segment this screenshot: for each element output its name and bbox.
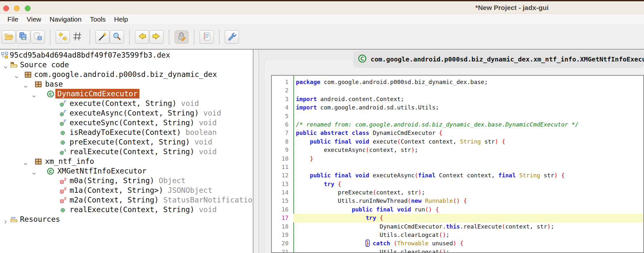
code-line-7[interactable]: 7public abstract class DynamicCmdExecuto…: [272, 129, 643, 137]
tree-label: DynamicCmdExecutor: [55, 89, 139, 98]
code-text: [293, 112, 643, 120]
file-tree-panel: 95cd95ab4d694ad8bdf49f07e3599fb3.dexSour…: [0, 50, 253, 253]
code-line-15[interactable]: 15 Utils.runInNewThread(new Runnable() {: [272, 197, 643, 205]
tree-row-95cd95ab4d694ad8bdf49f07e3599fb3-dex[interactable]: 95cd95ab4d694ad8bdf49f07e3599fb3.dex: [0, 50, 253, 60]
log-viewer-button[interactable]: [200, 30, 214, 44]
tree-row-source-code[interactable]: Source code: [0, 60, 253, 70]
source-folder-icon: [10, 61, 17, 68]
code-editor[interactable]: 1package com.google.android.p000sd.biz_d…: [271, 75, 644, 253]
chevron-expanded-icon[interactable]: [32, 169, 36, 173]
export-button[interactable]: [31, 30, 45, 44]
tree-row-isreadytoexecute-context-[interactable]: isReadyToExecute(Context)boolean: [0, 127, 253, 137]
tree-row-com-google-android-p000sd-biz-dynamic-de[interactable]: com.google.android.p000sd.biz_dynamic_de…: [0, 70, 253, 79]
tree-label: m1a(Context, String>): [70, 185, 163, 195]
code-line-3[interactable]: 3import android.content.Context;: [272, 95, 643, 103]
code-line-2[interactable]: 2: [272, 86, 643, 95]
tree-type-suffix: JSONObject: [168, 186, 212, 194]
tree-row-m1a-context-string-[interactable]: Sm1a(Context, String>)JSONObject: [0, 185, 253, 195]
tree-row-preexecute-context-string-[interactable]: preExecute(Context, String)void: [0, 137, 253, 147]
tree-label: Resources: [20, 214, 60, 224]
code-line-1[interactable]: 1package com.google.android.p000sd.biz_d…: [272, 78, 643, 86]
editor-mode-button[interactable]: [175, 30, 189, 44]
reload-files-button[interactable]: [56, 30, 70, 44]
titlebar: *New Project - jadx-gui: [0, 1, 644, 14]
menu-view[interactable]: View: [23, 15, 45, 23]
open-file-button[interactable]: [2, 30, 16, 44]
svg-text:C: C: [360, 56, 364, 62]
svg-text:F: F: [63, 110, 66, 114]
tree-label: XMGetNtfInfoExecutor: [57, 166, 147, 176]
save-all-button[interactable]: [16, 30, 30, 44]
tree-row-m0a-string-string-[interactable]: Sm0a(String, String)Object: [0, 176, 253, 185]
code-line-12[interactable]: 12 public final void executeAsync(final …: [272, 171, 643, 180]
line-number: 21: [272, 248, 293, 253]
menu-help[interactable]: Help: [110, 15, 132, 23]
minimize-button[interactable]: [14, 5, 20, 11]
code-line-9[interactable]: 9 executeAsync(context, str);: [272, 146, 643, 154]
search-icon: [112, 32, 122, 42]
toolbar-group: [200, 30, 214, 44]
line-number: 19: [272, 231, 293, 239]
tree-row-resources[interactable]: 010Resources: [0, 214, 253, 224]
tree-row-dynamiccmdexecutor[interactable]: CDynamicCmdExecutor: [0, 89, 253, 98]
code-line-8[interactable]: 8 public final void execute(Context cont…: [272, 137, 643, 146]
save-all-icon: [18, 32, 28, 42]
tree-row-xmgetntfinfoexecutor[interactable]: CXMGetNtfInfoExecutor: [0, 166, 253, 176]
line-number: 4: [272, 103, 293, 112]
code-line-16[interactable]: 16 public final void run() {: [272, 205, 643, 214]
chevron-expanded-icon[interactable]: [32, 91, 36, 96]
code-line-19[interactable]: 19 Utils.clearLogcat();: [272, 231, 643, 239]
zoom-button[interactable]: [25, 5, 31, 11]
menu-file[interactable]: File: [3, 15, 23, 23]
tree-row-m2a-context-string-[interactable]: Sm2a(Context, String)StatusBarNotificati…: [0, 195, 253, 205]
toolbar-separator: [169, 30, 169, 44]
tree-row-executesync-context-string-[interactable]: FexecuteSync(Context, String)void: [0, 118, 253, 127]
tree-scrollbar[interactable]: [254, 50, 259, 253]
resources-folder-icon: 010: [10, 216, 17, 223]
method-abstract-icon: A: [59, 148, 66, 155]
code-line-17[interactable]: 17 try {: [272, 214, 643, 222]
code-line-18[interactable]: 18 DynamicCmdExecutor.this.realExecute(c…: [272, 222, 643, 231]
chevron-expanded-icon[interactable]: [23, 159, 28, 164]
method-final-icon: F: [59, 109, 66, 117]
code-text: }: [293, 155, 643, 163]
chevron-collapsed-icon[interactable]: [3, 217, 8, 222]
chevron-expanded-icon[interactable]: [14, 72, 19, 77]
tree-row-execute-context-string-[interactable]: Fexecute(Context, String)void: [0, 98, 253, 108]
search-button[interactable]: [110, 30, 124, 44]
tree-row-xm-ntf-info[interactable]: xm_ntf_info: [0, 156, 253, 166]
code-line-4[interactable]: 4import com.google.android.sd.utils.Util…: [272, 103, 643, 112]
code-line-5[interactable]: 5: [272, 112, 643, 120]
back-button[interactable]: [135, 30, 149, 44]
chevron-expanded-icon[interactable]: [3, 62, 8, 67]
tree-row-executeasync-context-string-[interactable]: FexecuteAsync(Context, String)void: [0, 108, 253, 118]
code-text: import android.content.Context;: [293, 95, 643, 103]
tree-label: m0a(String, String): [70, 176, 154, 185]
code-line-13[interactable]: 13 try {: [272, 180, 643, 188]
code-line-21[interactable]: 21 Utils.clearLogcat();: [272, 248, 643, 253]
toolbar-group: [175, 30, 189, 44]
code-line-6[interactable]: 6/* renamed from: com.google.android.sd.…: [272, 120, 643, 129]
tree-row-base[interactable]: base: [0, 79, 253, 89]
code-line-11[interactable]: 11: [272, 163, 643, 171]
deobfuscation-button[interactable]: [95, 30, 109, 44]
close-button[interactable]: [3, 5, 9, 11]
method-final-icon: F: [59, 100, 66, 107]
export-icon: [33, 32, 43, 42]
tree-row-realexecute-context-string-[interactable]: realExecute(Context, String)void: [0, 205, 253, 214]
editor-tab[interactable]: C com.google.android.p000sd.biz_dynamic_…: [353, 51, 644, 68]
code-line-10[interactable]: 10 }: [272, 155, 643, 163]
flatten-packages-icon: [72, 32, 82, 42]
code-line-20[interactable]: 20 } catch (Throwable unused) {: [272, 239, 643, 248]
preferences-button[interactable]: [225, 30, 239, 44]
code-text: public final void run() {: [293, 205, 643, 214]
menu-navigation[interactable]: Navigation: [45, 15, 86, 23]
dex-icon: [1, 52, 8, 59]
line-number: 10: [272, 155, 293, 163]
forward-button[interactable]: [149, 30, 164, 44]
flatten-packages-button[interactable]: [70, 30, 84, 44]
code-line-14[interactable]: 14 preExecute(context, str);: [272, 188, 643, 197]
menu-tools[interactable]: Tools: [86, 15, 110, 23]
chevron-expanded-icon[interactable]: [23, 82, 28, 87]
tree-row-realexecute-context-string-[interactable]: ArealExecute(Context, String)void: [0, 147, 253, 156]
